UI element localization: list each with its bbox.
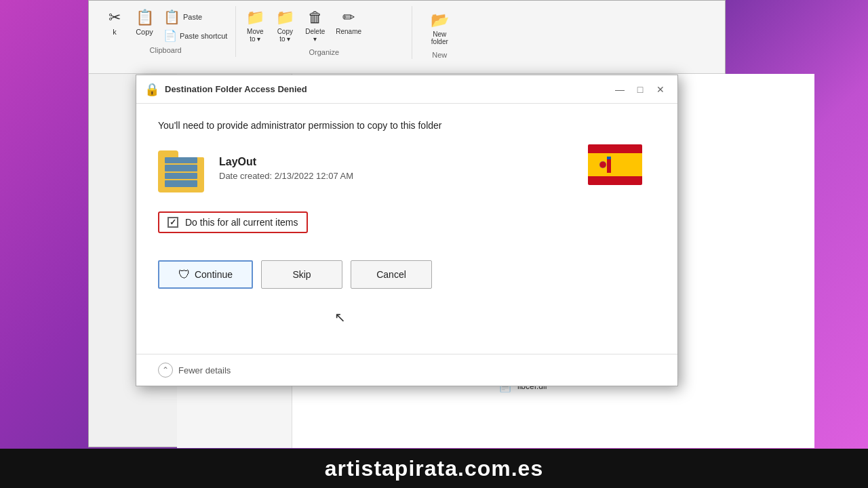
folder-date: Date created: 2/13/2022 12:07 AM xyxy=(219,171,353,181)
dialog-body: You'll need to provide administrator per… xyxy=(136,104,677,354)
organize-label: Organize xyxy=(241,48,406,59)
new-label: New xyxy=(423,51,456,62)
delete-button[interactable]: 🗑 Delete ▾ xyxy=(301,6,329,45)
file-info-row: LayOut Date created: 2/13/2022 12:07 AM xyxy=(158,144,656,192)
clipboard-label: Clipboard xyxy=(101,46,230,57)
do-for-all-checkbox[interactable]: ✓ xyxy=(167,217,178,228)
continue-button[interactable]: 🛡 Continue xyxy=(158,260,253,289)
cut-button[interactable]: ✂ k xyxy=(101,6,128,39)
dialog-window-controls: — □ ✕ xyxy=(611,81,669,98)
dialog-title: Destination Folder Access Denied xyxy=(165,84,606,94)
skip-button[interactable]: Skip xyxy=(261,260,342,289)
dialog-title-icon: 🔒 xyxy=(144,82,159,97)
watermark-bar: artistapirata.com.es xyxy=(0,449,868,488)
dialog-titlebar: 🔒 Destination Folder Access Denied — □ ✕ xyxy=(136,75,677,104)
svg-point-5 xyxy=(599,161,606,168)
copy-to-button[interactable]: 📁 Copy to ▾ xyxy=(271,6,298,45)
maximize-button[interactable]: □ xyxy=(631,81,649,98)
ribbon-toolbar: ✂ k 📋 Copy 📋 Paste 📄 Paste shortcut xyxy=(89,1,725,74)
dialog-footer: ⌃ Fewer details xyxy=(136,354,677,386)
shield-icon: 🛡 xyxy=(178,268,191,282)
watermark-text: artistapirata.com.es xyxy=(325,456,543,481)
paste-button[interactable]: 📋 Paste xyxy=(161,7,205,26)
svg-rect-2 xyxy=(588,153,642,176)
copy-button[interactable]: 📋 Copy xyxy=(131,6,158,39)
cancel-button[interactable]: Cancel xyxy=(351,260,432,289)
access-denied-dialog: 🔒 Destination Folder Access Denied — □ ✕… xyxy=(136,75,678,386)
spain-flag xyxy=(588,144,642,192)
new-folder-button[interactable]: 📂 New folder xyxy=(426,9,453,48)
move-to-button[interactable]: 📁 Move to ▾ xyxy=(241,6,269,45)
action-buttons: 🛡 Continue Skip Cancel xyxy=(158,260,656,289)
chevron-up-icon: ⌃ xyxy=(158,363,173,378)
checkbox-row[interactable]: ✓ Do this for all current items xyxy=(158,211,308,233)
fewer-details-button[interactable]: ⌃ Fewer details xyxy=(158,363,231,378)
checkbox-label: Do this for all current items xyxy=(185,217,298,228)
rename-button[interactable]: ✏ Rename xyxy=(332,6,366,38)
svg-rect-4 xyxy=(607,157,611,159)
dialog-message: You'll need to provide administrator per… xyxy=(158,120,656,131)
minimize-button[interactable]: — xyxy=(611,81,629,98)
folder-name: LayOut xyxy=(219,156,353,168)
folder-icon xyxy=(158,145,205,192)
close-button[interactable]: ✕ xyxy=(652,81,669,98)
file-details: LayOut Date created: 2/13/2022 12:07 AM xyxy=(219,156,353,181)
paste-shortcut-button[interactable]: 📄 Paste shortcut xyxy=(161,28,230,43)
